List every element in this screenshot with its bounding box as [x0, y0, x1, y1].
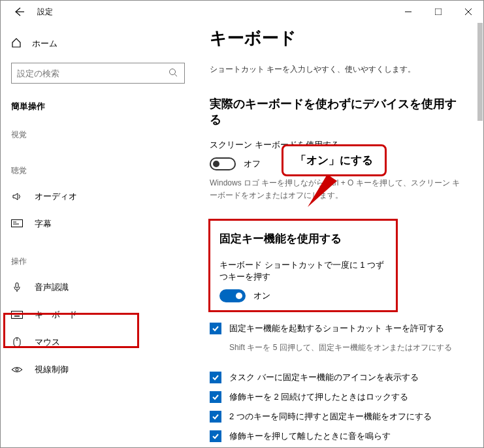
back-button[interactable] — [11, 4, 27, 20]
svg-rect-6 — [12, 220, 23, 227]
maximize-button[interactable] — [423, 1, 453, 22]
sidebar-item-label: 音声認識 — [35, 281, 69, 293]
sidebar-item-label: オーディオ — [35, 191, 77, 202]
chk-two[interactable] — [210, 411, 221, 423]
sidebar-item-speech[interactable]: 音声認識 — [1, 274, 195, 301]
sidebar-item-label: 字幕 — [35, 218, 52, 230]
osk-toggle-state: オフ — [244, 158, 261, 170]
page-title: キーボード — [210, 27, 462, 50]
group-hearing: 聴覚 — [1, 159, 195, 183]
osk-hint: Windows ロゴ キーを押しながら Ctrl + O キーを押して、スクリー… — [210, 177, 462, 202]
minimize-button[interactable] — [393, 1, 423, 22]
content-area: キーボード ショートカット キーを入力しやすく、使いやすくします。 実際のキーボ… — [195, 23, 483, 447]
svg-point-19 — [16, 368, 18, 371]
captions-icon — [11, 219, 23, 229]
home-link[interactable]: ホーム — [1, 33, 195, 54]
sidebar: ホーム 簡単操作 視覚 聴覚 オーディオ 字幕 操作 音声認識 キーボード マウ… — [1, 23, 195, 447]
close-button[interactable] — [453, 1, 483, 22]
audio-icon — [11, 191, 23, 202]
home-icon — [11, 37, 23, 50]
chk-shortcut[interactable] — [210, 323, 221, 334]
search-field[interactable] — [17, 69, 169, 78]
sidebar-item-keyboard[interactable]: キーボード — [1, 301, 195, 328]
sticky-highlight: 固定キー機能を使用する キーボード ショートカットで一度に 1 つずつキーを押す… — [208, 219, 398, 312]
group-vision: 視覚 — [1, 123, 195, 147]
sidebar-item-label: マウス — [35, 336, 60, 348]
svg-rect-11 — [12, 312, 23, 319]
chk-shortcut-label: 固定キー機能を起動するショートカット キーを許可する — [229, 323, 444, 334]
svg-point-12 — [13, 313, 14, 314]
search-input[interactable] — [11, 63, 185, 84]
svg-point-14 — [17, 313, 18, 314]
osk-label: スクリーン キーボードを使用する — [210, 139, 462, 151]
sticky-toggle-state: オン — [253, 290, 270, 302]
eye-icon — [11, 366, 23, 374]
svg-point-4 — [170, 69, 176, 74]
chk-lock[interactable] — [210, 391, 221, 403]
group-interaction: 操作 — [1, 249, 195, 274]
search-icon — [169, 68, 179, 79]
sidebar-item-label: 視線制御 — [35, 364, 69, 376]
svg-point-15 — [19, 313, 20, 314]
chk-shortcut-hint: Shift キーを 5 回押して、固定キー機能をオンまたはオフにする — [229, 342, 462, 353]
svg-rect-1 — [435, 8, 442, 15]
sticky-label: キーボード ショートカットで一度に 1 つずつキーを押す — [219, 259, 387, 283]
chk-taskbar[interactable] — [210, 372, 221, 383]
mouse-icon — [11, 337, 23, 347]
page-description: ショートカット キーを入力しやすく、使いやすくします。 — [210, 64, 462, 75]
scrollbar[interactable] — [477, 23, 483, 121]
chk-sound-label: 修飾キーを押して離したときに音を鳴らす — [229, 430, 391, 442]
category-label: 簡単操作 — [1, 95, 195, 123]
mic-icon — [11, 282, 23, 293]
sidebar-item-mouse[interactable]: マウス — [1, 328, 195, 356]
sidebar-item-captions[interactable]: 字幕 — [1, 210, 195, 238]
keyboard-icon — [11, 311, 23, 319]
svg-point-13 — [15, 313, 16, 314]
home-label: ホーム — [32, 38, 57, 50]
sticky-toggle[interactable] — [219, 289, 246, 302]
chk-taskbar-label: タスク バーに固定キー機能のアイコンを表示する — [229, 372, 419, 383]
section-sticky-title: 固定キー機能を使用する — [219, 231, 387, 246]
section-osk-title: 実際のキーボードを使わずにデバイスを使用する — [210, 96, 462, 127]
osk-toggle[interactable] — [210, 157, 236, 170]
chk-sound[interactable] — [210, 430, 221, 442]
sidebar-item-label: キーボード — [35, 309, 77, 321]
chk-two-label: 2 つのキーを同時に押すと固定キー機能をオフにする — [229, 411, 432, 423]
svg-rect-9 — [16, 283, 18, 288]
chk-lock-label: 修飾キーを 2 回続けて押したときはロックする — [229, 391, 408, 403]
svg-line-5 — [175, 74, 178, 76]
sidebar-item-eye[interactable]: 視線制御 — [1, 356, 195, 383]
sidebar-item-audio[interactable]: オーディオ — [1, 183, 195, 210]
window-title: 設定 — [37, 7, 53, 18]
